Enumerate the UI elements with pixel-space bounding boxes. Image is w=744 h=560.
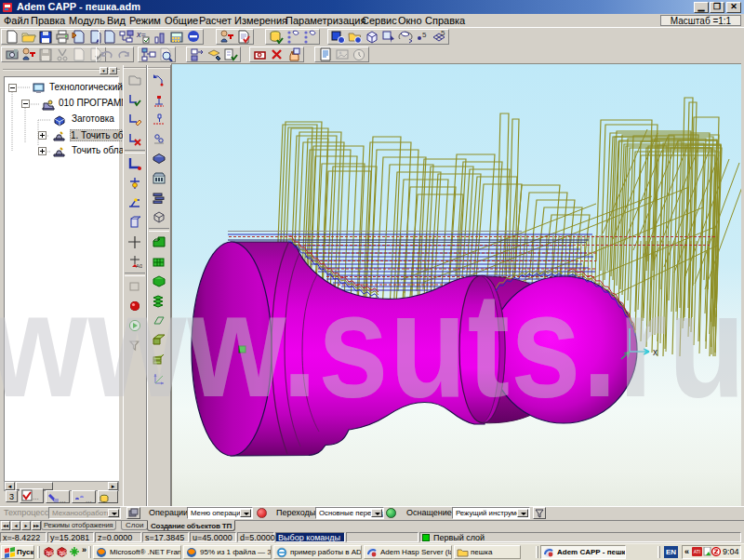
svg-text:...: ... bbox=[60, 496, 66, 504]
svg-text:5: 5 bbox=[422, 31, 427, 39]
svg-text:...: ... bbox=[86, 496, 92, 504]
svg-text:A0: A0 bbox=[136, 263, 142, 269]
svg-text:x: x bbox=[653, 347, 658, 357]
svg-text:...: ... bbox=[33, 493, 39, 501]
svg-text:5: 5 bbox=[441, 30, 445, 37]
svg-text:SW: SW bbox=[46, 551, 54, 556]
svg-text:SW: SW bbox=[60, 551, 67, 556]
